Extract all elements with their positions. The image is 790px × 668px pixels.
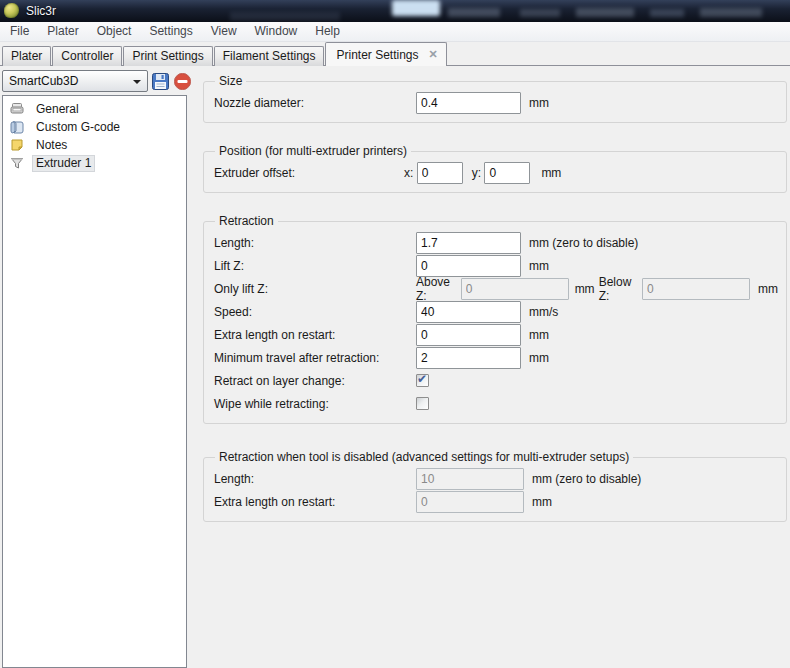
row-retract-length: Length: mm (zero to disable) (214, 231, 778, 254)
titlebar-glass-smudge (520, 9, 560, 17)
nozzle-diameter-unit: mm (529, 96, 549, 110)
menu-plater[interactable]: Plater (38, 22, 87, 41)
row-disabled-extra-length: Extra length on restart: mm (214, 490, 778, 513)
extra-length-unit: mm (529, 328, 549, 342)
retract-length-label: Length: (214, 236, 416, 250)
tree-item-label: General (33, 102, 82, 117)
gcode-scroll-icon (10, 120, 24, 134)
tab-close-icon[interactable]: ✕ (429, 49, 438, 60)
nozzle-diameter-input[interactable] (416, 92, 521, 114)
chevron-down-icon (133, 80, 141, 84)
extruder-offset-unit: mm (541, 166, 561, 180)
section-position: Position (for multi-extruder printers) E… (203, 144, 787, 193)
row-lift-z: Lift Z: mm (214, 254, 778, 277)
row-nozzle-diameter: Nozzle diameter: mm (214, 91, 778, 114)
below-z-input (642, 278, 750, 300)
floppy-disk-icon (152, 73, 169, 90)
row-extruder-offset: Extruder offset: x: y: mm (214, 161, 778, 184)
section-retraction-legend: Retraction (215, 214, 278, 228)
section-size: Size Nozzle diameter: mm (203, 74, 787, 123)
tabstrip: Plater Controller Print Settings Filamen… (0, 42, 790, 66)
tab-printer-settings-label: Printer Settings (336, 44, 418, 66)
row-extra-length-restart: Extra length on restart: mm (214, 323, 778, 346)
tab-controller[interactable]: Controller (52, 46, 122, 66)
window-title: Slic3r (26, 4, 56, 18)
tab-filament-settings[interactable]: Filament Settings (214, 46, 325, 66)
lift-z-label: Lift Z: (214, 259, 416, 273)
save-preset-button[interactable] (151, 72, 170, 91)
retract-length-unit: mm (zero to disable) (529, 236, 638, 250)
menu-help[interactable]: Help (306, 22, 349, 41)
row-only-lift-z: Only lift Z: Above Z: mm Below Z: mm (214, 277, 778, 300)
offset-y-label: y: (472, 166, 481, 180)
delete-preset-button[interactable] (173, 72, 192, 91)
tree-item-label: Extruder 1 (33, 156, 94, 171)
below-z-label: Below Z: (599, 275, 642, 303)
tree-item-extruder-1[interactable]: Extruder 1 (3, 154, 186, 172)
funnel-icon (10, 156, 24, 170)
nozzle-diameter-label: Nozzle diameter: (214, 96, 416, 110)
printer-icon (10, 102, 24, 116)
menu-file[interactable]: File (1, 22, 38, 41)
titlebar: Slic3r (0, 0, 790, 22)
preset-toolbar: SmartCub3D (2, 70, 195, 92)
wipe-while-retracting-label: Wipe while retracting: (214, 397, 416, 411)
tree-item-general[interactable]: General (3, 100, 186, 118)
menu-settings[interactable]: Settings (140, 22, 201, 41)
above-z-label: Above Z: (416, 275, 461, 303)
disabled-extra-length-label: Extra length on restart: (214, 495, 416, 509)
extruder-settings-panel: Size Nozzle diameter: mm Position (for m… (195, 66, 790, 668)
titlebar-glass-smudge (576, 8, 634, 17)
lift-z-unit: mm (529, 259, 549, 273)
min-travel-unit: mm (529, 351, 549, 365)
min-travel-input[interactable] (416, 347, 521, 369)
menu-object[interactable]: Object (88, 22, 141, 41)
disabled-length-label: Length: (214, 472, 416, 486)
disabled-length-input (416, 468, 524, 490)
tab-print-settings[interactable]: Print Settings (123, 46, 212, 66)
tree-item-custom-gcode[interactable]: Custom G-code (3, 118, 186, 136)
retract-length-input[interactable] (416, 232, 521, 254)
note-icon (10, 138, 24, 152)
retract-speed-label: Speed: (214, 305, 416, 319)
menu-view[interactable]: View (202, 22, 246, 41)
menu-window[interactable]: Window (246, 22, 307, 41)
extruder-offset-label: Extruder offset: (214, 166, 404, 180)
lift-z-input[interactable] (416, 255, 521, 277)
titlebar-glass-smudge (230, 12, 340, 21)
min-travel-label: Minimum travel after retraction: (214, 351, 416, 365)
section-position-legend: Position (for multi-extruder printers) (215, 144, 411, 158)
preset-select[interactable]: SmartCub3D (2, 70, 148, 92)
row-retract-layer-change: Retract on layer change: (214, 369, 778, 392)
disabled-extra-length-input (416, 491, 524, 513)
offset-y-input[interactable] (484, 162, 530, 184)
offset-x-label: x: (404, 166, 413, 180)
tree-item-label: Notes (33, 138, 70, 153)
section-retraction-tool-disabled: Retraction when tool is disabled (advanc… (203, 450, 787, 522)
titlebar-glass-smudge (700, 8, 762, 17)
tab-plater[interactable]: Plater (2, 46, 51, 66)
tree-item-notes[interactable]: Notes (3, 136, 186, 154)
settings-tree: General Custom G-code No (2, 95, 187, 668)
titlebar-glass-smudge (650, 9, 684, 17)
extra-length-label: Extra length on restart: (214, 328, 416, 342)
section-size-legend: Size (215, 74, 246, 88)
retract-layer-change-label: Retract on layer change: (214, 374, 416, 388)
only-lift-unit: mm (758, 282, 778, 296)
slic3r-logo-icon (4, 3, 19, 18)
tab-printer-settings[interactable]: Printer Settings ✕ (325, 42, 446, 66)
offset-x-input[interactable] (417, 162, 463, 184)
titlebar-glass-smudge (448, 8, 500, 17)
section-retraction-tool-disabled-legend: Retraction when tool is disabled (advanc… (215, 450, 633, 464)
retract-layer-change-checkbox[interactable] (416, 374, 429, 387)
only-lift-z-label: Only lift Z: (214, 282, 416, 296)
row-disabled-length: Length: mm (zero to disable) (214, 467, 778, 490)
row-retract-speed: Speed: mm/s (214, 300, 778, 323)
sidebar: SmartCub3D (0, 66, 195, 668)
wipe-while-retracting-checkbox[interactable] (416, 397, 429, 410)
only-lift-mid-unit: mm (575, 282, 595, 296)
retract-speed-unit: mm/s (529, 305, 558, 319)
extra-length-input[interactable] (416, 324, 521, 346)
titlebar-glass-highlight (392, 0, 440, 16)
retract-speed-input[interactable] (416, 301, 521, 323)
